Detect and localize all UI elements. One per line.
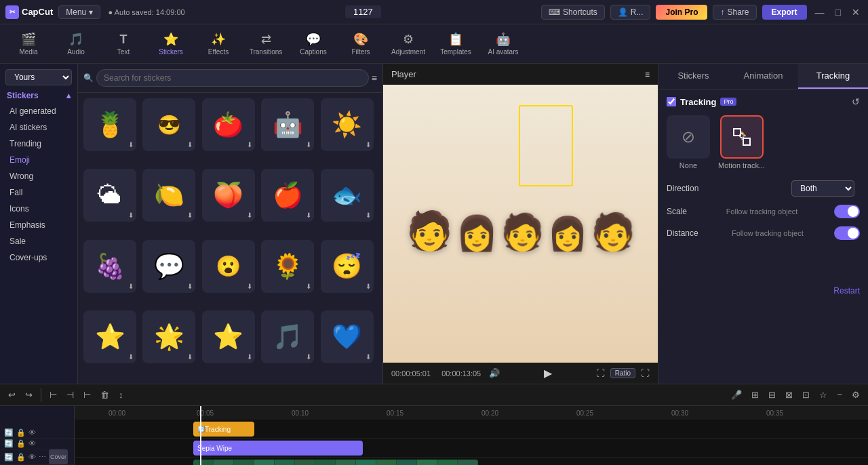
distance-toggle[interactable] [834, 226, 860, 240]
tl-tool2-button[interactable]: ⊟ [766, 388, 778, 401]
tool-filters[interactable]: 🎨 Filters [338, 26, 384, 62]
sticker-item[interactable]: 😴⬇ [321, 240, 374, 293]
share-button[interactable]: ↑ Share [713, 5, 756, 20]
tracking-mode-motion[interactable]: 🏃 Motion track... [718, 115, 765, 169]
sticker-item[interactable]: 💬⬇ [142, 240, 195, 293]
join-pro-button[interactable]: Join Pro [656, 5, 707, 20]
category-ai-generated[interactable]: AI generated [0, 103, 77, 119]
tl-mic-button[interactable]: 🎤 [728, 388, 745, 401]
tool-templates[interactable]: 📋 Templates [433, 26, 479, 62]
restart-button[interactable]: Restart [833, 286, 860, 296]
sepia-clip[interactable]: Sepia Wipe [193, 441, 363, 456]
tl-tool6-button[interactable]: − [834, 388, 845, 401]
profile-button[interactable]: 👤 R... [610, 5, 651, 20]
sticker-item[interactable]: 🍍⬇ [83, 98, 136, 151]
tc-refresh-icon-1[interactable]: 🔄 [4, 428, 14, 437]
sticker-item[interactable]: 🍇⬇ [83, 240, 136, 293]
tc-lock-icon-2[interactable]: 🔒 [16, 439, 26, 448]
tracking-checkbox[interactable] [667, 97, 676, 106]
tc-refresh-icon-3[interactable]: 🔄 [4, 453, 14, 462]
minimize-button[interactable]: — [812, 7, 827, 18]
sticker-item[interactable]: 🤖⬇ [261, 98, 314, 151]
category-emoji[interactable]: Emoji [0, 152, 77, 168]
tc-eye-icon-2[interactable]: 👁 [28, 439, 36, 447]
play-button[interactable]: ▶ [544, 367, 552, 380]
stickers-category-header[interactable]: Stickers ▴ [0, 88, 77, 103]
tool-audio[interactable]: 🎵 Audio [53, 26, 99, 62]
scale-toggle[interactable] [834, 205, 860, 218]
category-sale[interactable]: Sale [0, 233, 77, 249]
tc-eye-icon-1[interactable]: 👁 [28, 428, 36, 437]
menu-button[interactable]: Menu ▾ [58, 5, 100, 19]
player-menu-icon[interactable]: ≡ [645, 70, 650, 79]
tl-split-button[interactable]: ⊢ [47, 388, 60, 401]
tl-undo-button[interactable]: ↩ [5, 388, 18, 401]
tab-animation[interactable]: Animation [728, 64, 798, 89]
playhead[interactable] [200, 406, 201, 465]
sticker-item[interactable]: 🌟⬇ [142, 310, 195, 363]
sticker-item[interactable]: 🐟⬇ [321, 169, 374, 222]
ratio-badge[interactable]: Ratio [610, 368, 635, 378]
tl-tool3-button[interactable]: ⊠ [783, 388, 795, 401]
tool-captions[interactable]: 💬 Captions [290, 26, 336, 62]
volume-button[interactable]: 🔊 [489, 368, 500, 378]
track-row-tracking: 🔄 Tracking [75, 420, 868, 439]
tl-delete-button[interactable]: 🗑 [98, 388, 112, 401]
sticker-item[interactable]: 🌥⬇ [83, 169, 136, 222]
direction-select[interactable]: Both Horizontal Vertical [791, 180, 854, 197]
category-emphasis[interactable]: Emphasis [0, 217, 77, 233]
sticker-item[interactable]: 🎵⬇ [261, 310, 314, 363]
tracking-refresh-button[interactable]: ↺ [852, 96, 860, 107]
tab-tracking[interactable]: Tracking [798, 64, 868, 89]
category-trending[interactable]: Trending [0, 136, 77, 152]
tool-adjustment[interactable]: ⚙ Adjustment [385, 26, 431, 62]
tc-more-icon-3[interactable]: ⋯ [39, 453, 46, 462]
tc-refresh-icon-2[interactable]: 🔄 [4, 439, 14, 448]
tl-zoom-button[interactable]: ↕ [116, 388, 126, 401]
sticker-item[interactable]: ⭐⬇ [202, 310, 255, 363]
tool-media[interactable]: 🎬 Media [5, 26, 52, 62]
tl-redo-button[interactable]: ↪ [22, 388, 35, 401]
tool-ai-avatars[interactable]: 🤖 AI avatars [480, 26, 526, 62]
tool-effects[interactable]: ✨ Effects [195, 26, 241, 62]
sticker-item[interactable]: ⭐⬇ [83, 310, 136, 363]
export-button[interactable]: Export [762, 5, 807, 20]
tl-tool5-button[interactable]: ☆ [816, 388, 830, 401]
tab-stickers[interactable]: Stickers [658, 64, 728, 89]
category-ai-stickers[interactable]: AI stickers [0, 119, 77, 136]
category-icons[interactable]: Icons [0, 201, 77, 217]
sticker-item[interactable]: 🌻⬇ [261, 240, 314, 293]
filter-button[interactable]: ≡ [372, 73, 377, 83]
sticker-item[interactable]: 💙⬇ [321, 310, 374, 363]
category-dropdown[interactable]: Yours [5, 69, 72, 85]
category-wrong[interactable]: Wrong [0, 168, 77, 184]
sticker-item[interactable]: 🍎⬇ [261, 169, 314, 222]
tc-eye-icon-3[interactable]: 👁 [28, 453, 36, 461]
sticker-item[interactable]: 😎⬇ [142, 98, 195, 151]
sticker-item[interactable]: 🍅⬇ [202, 98, 255, 151]
tracking-clip[interactable]: 🔄 Tracking [193, 422, 254, 437]
tl-trim-left-button[interactable]: ⊣ [64, 388, 77, 401]
tool-stickers[interactable]: ⭐ Stickers [148, 26, 194, 62]
close-button[interactable]: ✕ [849, 7, 863, 18]
maximize-button[interactable]: □ [833, 7, 844, 18]
search-input[interactable] [96, 69, 369, 87]
tl-tool4-button[interactable]: ⊡ [800, 388, 812, 401]
shortcuts-button[interactable]: ⌨ Shortcuts [541, 5, 605, 20]
tl-trim-right-button[interactable]: ⊢ [81, 388, 94, 401]
tool-text[interactable]: T Text [100, 26, 146, 62]
category-cover-ups[interactable]: Cover-ups [0, 249, 77, 266]
fit-button[interactable]: ⛶ [596, 368, 605, 378]
category-fall[interactable]: Fall [0, 184, 77, 201]
tl-tool1-button[interactable]: ⊞ [749, 388, 762, 401]
tl-settings-button[interactable]: ⚙ [849, 388, 863, 401]
sticker-item[interactable]: 🍋⬇ [142, 169, 195, 222]
tc-lock-icon-1[interactable]: 🔒 [16, 428, 26, 437]
tc-lock-icon-3[interactable]: 🔒 [16, 453, 26, 462]
sticker-item[interactable]: 🍑⬇ [202, 169, 255, 222]
sticker-item[interactable]: 😮⬇ [202, 240, 255, 293]
tracking-mode-none[interactable]: ⊘ None [667, 115, 710, 169]
tool-transitions[interactable]: ⇄ Transitions [243, 26, 289, 62]
sticker-item[interactable]: ☀️⬇ [321, 98, 374, 151]
fullscreen-button[interactable]: ⛶ [641, 368, 650, 378]
